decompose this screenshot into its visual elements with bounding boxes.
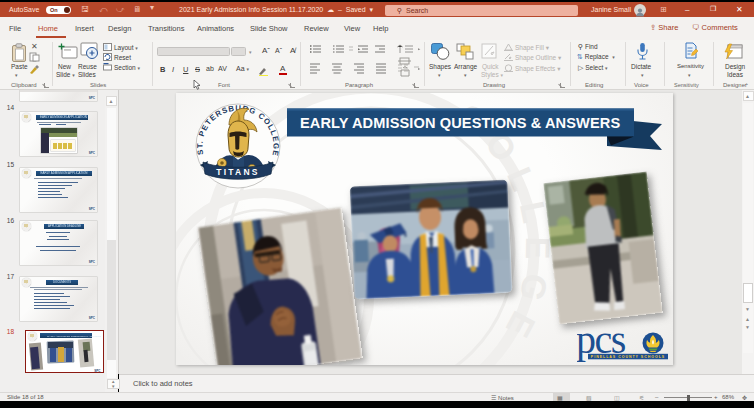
svg-text:PINELLAS COUNTY SCHOOLS: PINELLAS COUNTY SCHOOLS [591, 355, 665, 359]
svg-text:TITANS: TITANS [216, 167, 259, 177]
svg-text:EARLY ADMISSION QUESTIONS & AN: EARLY ADMISSION QUESTIONS & ANSWERS [300, 115, 620, 131]
